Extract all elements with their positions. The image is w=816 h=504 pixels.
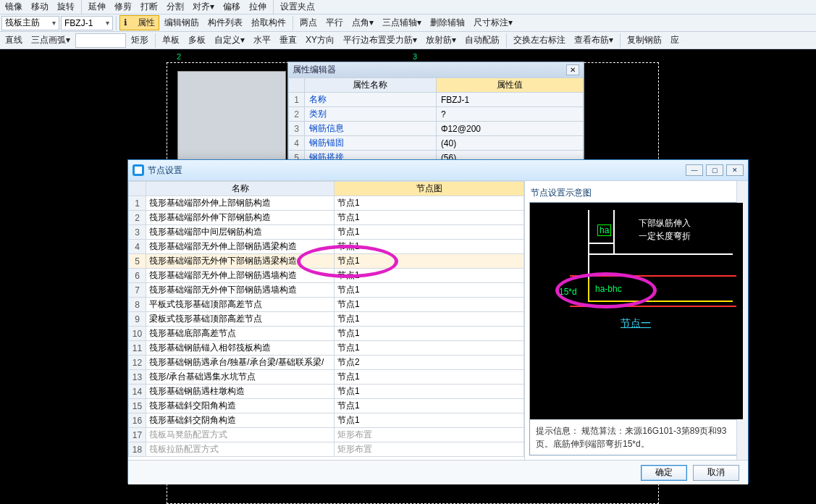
diag-formula: ha-bhc: [595, 284, 622, 294]
btn-multi-board[interactable]: 多板: [185, 33, 209, 47]
btn-vertical[interactable]: 垂直: [276, 33, 300, 47]
node-table: 名称节点图 1筏形基础端部外伸上部钢筋构造节点12筏形基础端部外伸下部钢筋构造节…: [128, 181, 524, 457]
table-row[interactable]: 18筏板拉筋配置方式矩形布置: [129, 442, 524, 457]
col-attrval: 属性值: [436, 78, 583, 93]
col-name: 名称: [146, 182, 335, 196]
btn-copy-rebar[interactable]: 复制钢筋: [623, 33, 665, 47]
dd-rebar-type[interactable]: 筏板主筋: [1, 16, 59, 30]
menu-rotate[interactable]: 旋转: [54, 0, 78, 14]
table-row[interactable]: 1筏形基础端部外伸上部钢筋构造节点1: [129, 196, 524, 211]
menu-stretch[interactable]: 拉伸: [245, 0, 270, 14]
table-row[interactable]: 17筏板马凳筋配置方式矩形布置: [129, 428, 524, 442]
btn-dimension[interactable]: 尺寸标注▾: [470, 16, 516, 30]
table-row[interactable]: 14筏形基础钢筋遇柱墩构造节点1: [129, 385, 524, 399]
dialog-max[interactable]: ▢: [706, 164, 723, 176]
table-row[interactable]: 9梁板式筏形基础顶部高差节点节点1: [129, 312, 524, 327]
btn-custom[interactable]: 自定义▾: [211, 33, 248, 47]
menu-grip[interactable]: 设置夹点: [277, 0, 319, 14]
panel-stub-left: [177, 71, 286, 165]
btn-point-angle[interactable]: 点角▾: [348, 16, 377, 30]
table-row[interactable]: 4筏形基础端部无外伸上部钢筋遇梁构造节点1: [129, 240, 524, 254]
col-attrname: 属性名称: [305, 78, 437, 93]
btn-parallel-edge[interactable]: 平行边布置受力筋▾: [340, 33, 421, 47]
preview-title: 节点设置示意图: [529, 185, 744, 202]
btn-view-rebar[interactable]: 查看布筋▾: [571, 33, 617, 47]
col-node: 节点图: [335, 182, 524, 196]
menu-split[interactable]: 分割: [163, 0, 188, 14]
table-row[interactable]: 15筏形基础斜交阳角构造节点1: [129, 399, 524, 413]
table-row[interactable]: 10筏形基础底部高差节点节点1: [129, 327, 524, 341]
menu-extend[interactable]: 延伸: [85, 0, 109, 14]
btn-pick-component[interactable]: 拾取构件: [248, 16, 290, 30]
dialog-right: 节点设置示意图 ha 下部纵筋伸入 一定长度弯折 ha-bhc 15*d: [525, 181, 748, 460]
menu-break[interactable]: 打断: [137, 0, 161, 14]
btn-delete-axis[interactable]: 删除辅轴: [426, 16, 468, 30]
btn-three-point-axis[interactable]: 三点辅轴▾: [379, 16, 425, 30]
dialog-min[interactable]: —: [686, 164, 703, 176]
property-editor: 属性编辑器 ✕ 属性名称属性值 1名称FBZJ-1 2类别? 3钢筋信息Φ12@…: [287, 62, 584, 166]
info-icon: ℹ: [124, 17, 135, 29]
dialog-icon: [133, 164, 144, 176]
btn-edit-rebar[interactable]: 编辑钢筋: [161, 16, 203, 30]
table-row[interactable]: 2筏形基础端部外伸下部钢筋构造节点1: [129, 211, 524, 225]
table-row[interactable]: 12筏形基础钢筋遇承台/独基/承台梁/基础联系梁/节点2: [129, 356, 524, 370]
property-table[interactable]: 属性名称属性值 1名称FBZJ-1 2类别? 3钢筋信息Φ12@200 4钢筋锚…: [288, 77, 584, 165]
menu-align[interactable]: 对齐▾: [189, 0, 218, 14]
table-row[interactable]: 13筏形/承台基础遇集水坑节点节点1: [129, 370, 524, 385]
dialog-close[interactable]: ✕: [726, 164, 744, 176]
table-row[interactable]: 5筏形基础端部无外伸下部钢筋遇梁构造节点1: [129, 254, 524, 269]
btn-swap-dim[interactable]: 交换左右标注: [510, 33, 569, 47]
btn-two-points[interactable]: 两点: [296, 16, 321, 30]
ok-button[interactable]: 确定: [641, 465, 687, 481]
toolbar-2: 直线 三点画弧▾ 矩形 单板 多板 自定义▾ 水平 垂直 XY方向 平行边布置受…: [0, 32, 816, 49]
btn-parallel[interactable]: 平行: [322, 16, 347, 30]
table-row[interactable]: 16筏形基础斜交阴角构造节点1: [129, 413, 524, 428]
btn-component-list[interactable]: 构件列表: [204, 16, 246, 30]
preview-box: ha 下部纵筋伸入 一定长度弯折 ha-bhc 15*d 节点一 提示信息： 规…: [529, 202, 744, 455]
btn-horizontal[interactable]: 水平: [250, 33, 274, 47]
table-row[interactable]: 11筏形基础钢筋锚入相邻筏板构造节点1: [129, 341, 524, 356]
table-row[interactable]: 6筏形基础端部无外伸上部钢筋遇墙构造节点1: [129, 269, 524, 283]
btn-auto-rebar[interactable]: 自动配筋: [461, 33, 503, 47]
cancel-button[interactable]: 取消: [693, 465, 739, 481]
dialog-titlebar[interactable]: 节点设置 — ▢ ✕: [128, 160, 748, 180]
table-row[interactable]: 3筏形基础端部中间层钢筋构造节点1: [129, 225, 524, 240]
menu-trim[interactable]: 修剪: [111, 0, 135, 14]
btn-line[interactable]: 直线: [1, 33, 26, 47]
dialog-title: 节点设置: [148, 164, 182, 177]
input-quick[interactable]: [75, 33, 126, 48]
node-diagram: ha 下部纵筋伸入 一定长度弯折 ha-bhc 15*d 节点一: [530, 203, 743, 419]
btn-arc[interactable]: 三点画弧▾: [28, 33, 74, 47]
table-row[interactable]: 7筏形基础端部无外伸下部钢筋遇墙构造节点1: [129, 283, 524, 298]
node-settings-dialog: 节点设置 — ▢ ✕ 名称节点图 1筏形基础端部外伸上部钢筋构造节点12筏形基础…: [127, 159, 749, 484]
property-editor-close[interactable]: ✕: [566, 64, 579, 75]
menu-mirror[interactable]: 镜像: [1, 0, 26, 14]
toolbar-1: 筏板主筋 FBZJ-1 ℹ属性 编辑钢筋 构件列表 拾取构件 两点 平行 点角▾…: [0, 14, 816, 32]
btn-xy[interactable]: XY方向: [302, 33, 338, 47]
table-row[interactable]: 8平板式筏形基础顶部高差节点节点1: [129, 298, 524, 312]
hint: 提示信息： 规范算法：来源16G101-3第89页和93页。底筋伸到端部弯折15…: [530, 419, 743, 455]
node-table-wrap[interactable]: 名称节点图 1筏形基础端部外伸上部钢筋构造节点12筏形基础端部外伸下部钢筋构造节…: [128, 181, 525, 460]
axis-num-2: 2: [177, 52, 181, 61]
btn-radial[interactable]: 放射筋▾: [422, 33, 460, 47]
menubar: 镜像 移动 旋转 延伸 修剪 打断 分割 对齐▾ 偏移 拉伸 设置夹点: [0, 0, 816, 14]
menu-move[interactable]: 移动: [28, 0, 52, 14]
dd-member[interactable]: FBZJ-1: [61, 16, 113, 30]
diag-nodelabel: 节点一: [621, 317, 651, 330]
btn-single-board[interactable]: 单板: [159, 33, 183, 47]
axis-num-3: 3: [413, 52, 417, 61]
diag-ha: ha: [597, 224, 611, 236]
btn-app[interactable]: 应: [667, 33, 683, 47]
property-editor-title: 属性编辑器: [293, 64, 566, 76]
diag-15d: 15*d: [559, 287, 577, 297]
menu-offset[interactable]: 偏移: [219, 0, 244, 14]
btn-attributes[interactable]: ℹ属性: [119, 15, 159, 30]
btn-rect[interactable]: 矩形: [127, 33, 152, 47]
